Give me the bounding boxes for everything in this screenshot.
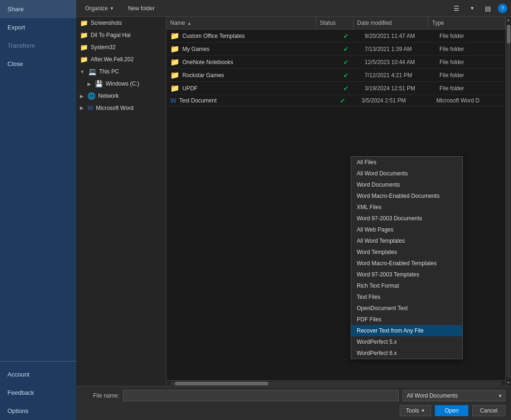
sidebar: 📁 Screenshots 📁 Dil To Pagal Hai 📁 Syste…: [76, 17, 166, 386]
sidebar-item-this-pc[interactable]: ▼ 💻 This PC: [76, 65, 166, 78]
expand-icon: ▶: [80, 94, 84, 99]
filetype-select-wrapper: All Files All Word Documents Word Docume…: [403, 390, 505, 401]
folder-icon: 📁: [170, 71, 180, 80]
folder-icon: 📁: [80, 56, 88, 63]
dropdown-item-word-docs[interactable]: Word Documents: [351, 179, 462, 190]
organize-dropdown-icon: ▼: [110, 6, 114, 11]
dropdown-item-recover-text[interactable]: Recover Text from Any File: [351, 325, 462, 336]
expand-icon: ▶: [80, 105, 84, 110]
filetype-dropdown[interactable]: All Files All Word Documents Word Docume…: [351, 156, 463, 359]
vertical-scrollbar[interactable]: ▲ ▼: [505, 17, 511, 386]
dropdown-item-all-word-docs[interactable]: All Word Documents: [351, 168, 462, 179]
folder-icon: 📁: [170, 84, 180, 93]
dropdown-item-word-macro-enabled-templates[interactable]: Word Macro-Enabled Templates: [351, 258, 462, 269]
expand-icon: ▶: [87, 81, 91, 87]
sidebar-item-system32[interactable]: 📁 System32: [76, 41, 166, 53]
dropdown-item-word-97-2003[interactable]: Word 97-2003 Documents: [351, 213, 462, 224]
dropdown-item-word-97-2003-templates[interactable]: Word 97-2003 Templates: [351, 269, 462, 280]
network-icon: 🌐: [87, 92, 95, 100]
scroll-up-button[interactable]: ▲: [506, 17, 511, 23]
dropdown-item-wordperfect-6x[interactable]: WordPerfect 6.x: [351, 348, 462, 359]
tools-dropdown-icon: ▼: [421, 408, 425, 413]
left-nav: Share Export Transform Close: [0, 0, 76, 361]
left-backstage-panel: Share Export Transform Close Account Fee…: [0, 0, 76, 420]
sidebar-item-after-we-fell[interactable]: 📁 After.We.Fell.202: [76, 53, 166, 65]
vscroll-thumb: [507, 25, 511, 43]
open-button[interactable]: Open: [435, 405, 468, 416]
nav-close[interactable]: Close: [0, 55, 76, 73]
dropdown-item-rich-text-format[interactable]: Rich Text Format: [351, 280, 462, 291]
table-row[interactable]: 📁 My Games ✔ 7/13/2021 1:39 AM File fold…: [166, 43, 505, 56]
nav-account[interactable]: Account: [0, 365, 76, 384]
status-check-icon: ✔: [343, 85, 349, 92]
dropdown-item-all-files[interactable]: All Files: [351, 157, 462, 168]
organize-button[interactable]: Organize ▼: [80, 3, 119, 14]
sidebar-item-windows-c[interactable]: ▶ 💾 Windows (C:): [76, 78, 166, 90]
sidebar-item-microsoft-word[interactable]: ▶ W Microsoft Word: [76, 102, 166, 114]
dropdown-item-xml-files[interactable]: XML Files: [351, 202, 462, 213]
status-check-icon: ✔: [343, 72, 349, 79]
file-dialog: Organize ▼ New folder ☰ ▼ ▤ ? 📁 Screensh…: [76, 0, 511, 420]
folder-icon: 📁: [80, 31, 88, 39]
sort-arrow-icon: ▲: [187, 21, 192, 26]
table-row[interactable]: 📁 OneNote Notebooks ✔ 12/5/2023 10:44 AM…: [166, 56, 505, 69]
status-check-icon: ✔: [343, 45, 349, 53]
dialog-toolbar: Organize ▼ New folder ☰ ▼ ▤ ?: [76, 0, 511, 17]
dropdown-item-wordperfect-5x[interactable]: WordPerfect 5.x: [351, 336, 462, 348]
status-check-icon: ✔: [340, 97, 345, 104]
table-row[interactable]: 📁 Custom Office Templates ✔ 9/20/2021 11…: [166, 29, 505, 43]
dropdown-item-opendocument-text[interactable]: OpenDocument Text: [351, 303, 462, 314]
expand-icon: ▼: [80, 69, 85, 74]
folder-icon: 📁: [170, 31, 180, 40]
status-check-icon: ✔: [343, 58, 349, 66]
cancel-button[interactable]: Cancel: [472, 405, 505, 416]
tools-button[interactable]: Tools ▼: [400, 405, 431, 416]
status-check-icon: ✔: [343, 32, 349, 40]
folder-icon: 📁: [80, 43, 88, 51]
table-row[interactable]: W Test Document ✔ 3/5/2024 2:51 PM Micro…: [166, 95, 505, 107]
column-header-type[interactable]: Type: [428, 17, 505, 29]
scroll-track: [170, 382, 502, 385]
sidebar-item-dil-to-pagal[interactable]: 📁 Dil To Pagal Hai: [76, 29, 166, 41]
dropdown-item-all-word-templates[interactable]: All Word Templates: [351, 235, 462, 246]
nav-share[interactable]: Share: [0, 0, 76, 18]
table-row[interactable]: 📁 UPDF ✔ 3/19/2024 12:51 PM File folder: [166, 82, 505, 95]
new-folder-button[interactable]: New folder: [123, 3, 160, 14]
view-dropdown-button[interactable]: ▼: [467, 4, 478, 13]
filename-label: File name:: [82, 392, 119, 399]
dialog-bottom: File name: All Files All Word Documents …: [76, 386, 511, 420]
file-list-header: Name ▲ Status Date modified Type: [166, 17, 505, 29]
dropdown-item-all-web-pages[interactable]: All Web Pages: [351, 224, 462, 235]
folder-icon: 📁: [80, 19, 88, 27]
word-icon: W: [87, 104, 93, 111]
filename-input[interactable]: [123, 390, 399, 401]
help-button[interactable]: ?: [498, 4, 507, 13]
dropdown-item-text-files[interactable]: Text Files: [351, 291, 462, 303]
table-row[interactable]: 📁 Rockstar Games ✔ 7/12/2021 4:21 PM Fil…: [166, 69, 505, 82]
folder-icon: 📁: [170, 44, 180, 53]
dropdown-item-word-macro-enabled[interactable]: Word Macro-Enabled Documents: [351, 190, 462, 202]
view-list-button[interactable]: ☰: [450, 3, 463, 14]
nav-export[interactable]: Export: [0, 18, 76, 36]
dropdown-item-word-templates[interactable]: Word Templates: [351, 246, 462, 258]
word-file-icon: W: [170, 97, 176, 104]
nav-transform[interactable]: Transform: [0, 36, 76, 55]
tools-row: Tools ▼ Open Cancel: [82, 405, 505, 416]
column-header-status[interactable]: Status: [316, 17, 353, 29]
filename-row: File name: All Files All Word Documents …: [82, 390, 505, 401]
nav-feedback[interactable]: Feedback: [0, 384, 76, 402]
horizontal-scrollbar[interactable]: [166, 380, 505, 386]
folder-icon: 📁: [170, 58, 180, 66]
scroll-down-button[interactable]: ▼: [506, 380, 511, 386]
dropdown-item-pdf-files[interactable]: PDF Files: [351, 314, 462, 325]
nav-options[interactable]: Options: [0, 402, 76, 420]
column-header-name[interactable]: Name ▲: [166, 17, 316, 29]
layout-button[interactable]: ▤: [482, 3, 494, 14]
column-header-date[interactable]: Date modified: [353, 17, 428, 29]
sidebar-item-network[interactable]: ▶ 🌐 Network: [76, 90, 166, 102]
sidebar-item-screenshots[interactable]: 📁 Screenshots: [76, 17, 166, 29]
vscroll-track: [507, 25, 511, 378]
drive-icon: 💾: [95, 80, 103, 87]
scroll-thumb: [175, 382, 268, 385]
filetype-select[interactable]: All Files All Word Documents Word Docume…: [403, 390, 505, 401]
